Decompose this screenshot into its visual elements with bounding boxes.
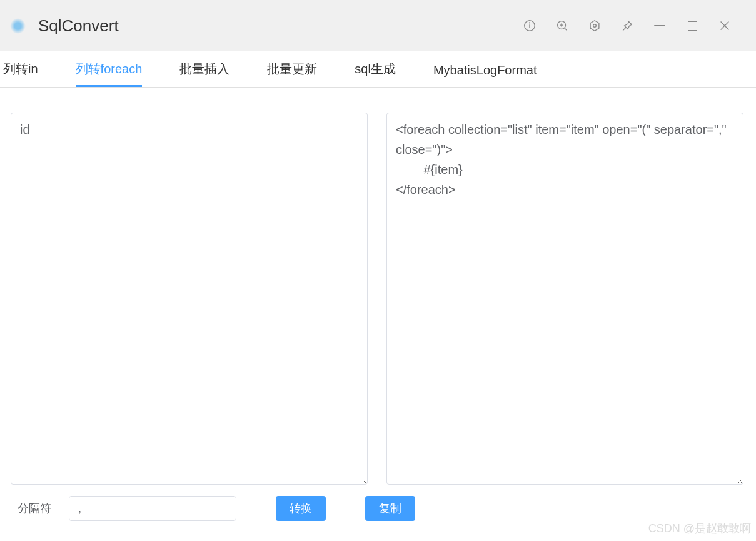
output-textarea[interactable] (386, 113, 743, 485)
svg-marker-7 (590, 21, 599, 31)
svg-line-6 (565, 28, 567, 31)
content-area (0, 88, 756, 485)
tab-mybatis-log-format[interactable]: MybatisLogFormat (433, 56, 537, 87)
watermark: CSDN @是赵敢敢啊 (648, 521, 751, 536)
convert-button[interactable]: 转换 (276, 496, 326, 521)
info-icon[interactable] (522, 18, 537, 33)
tab-sql-gen[interactable]: sql生成 (355, 53, 396, 87)
separator-input[interactable] (69, 496, 236, 521)
settings-icon[interactable] (587, 18, 602, 33)
zoom-in-icon[interactable] (555, 18, 570, 33)
app-title: SqlConvert (38, 16, 119, 36)
app-logo-icon (10, 18, 26, 34)
tab-batch-insert[interactable]: 批量插入 (179, 53, 229, 87)
titlebar: SqlConvert (0, 0, 756, 51)
window-controls (522, 0, 756, 51)
pin-icon[interactable] (620, 18, 635, 33)
input-textarea[interactable] (11, 113, 368, 485)
tabs: 列转in 列转foreach 批量插入 批量更新 sql生成 MybatisLo… (0, 51, 756, 88)
tab-col-to-in[interactable]: 列转in (3, 53, 38, 87)
minimize-icon[interactable] (652, 18, 667, 33)
maximize-icon[interactable] (685, 18, 700, 33)
tab-col-to-foreach[interactable]: 列转foreach (76, 53, 143, 87)
svg-point-8 (593, 24, 597, 28)
close-icon[interactable] (717, 18, 732, 33)
tab-batch-update[interactable]: 批量更新 (267, 53, 317, 87)
copy-button[interactable]: 复制 (365, 496, 415, 521)
svg-point-2 (530, 23, 530, 23)
bottom-bar: 分隔符 转换 复制 (0, 485, 756, 521)
separator-label: 分隔符 (18, 501, 51, 516)
